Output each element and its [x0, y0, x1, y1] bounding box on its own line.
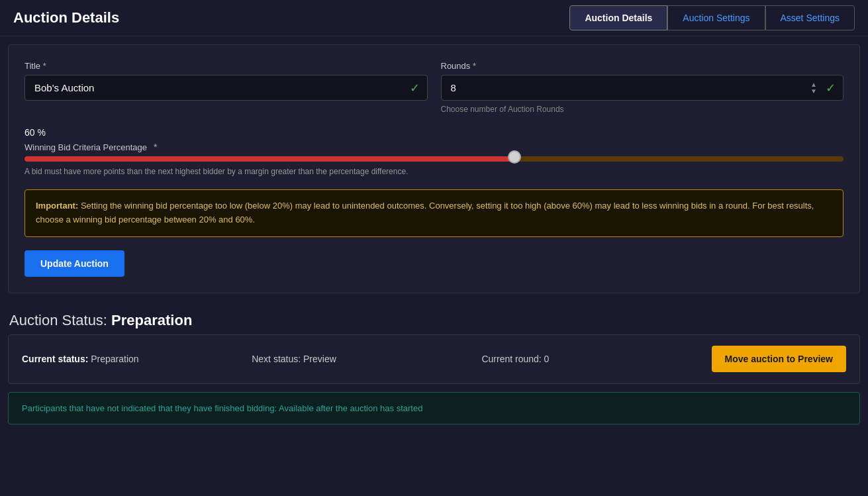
- participants-info-text: Participants that have not indicated tha…: [22, 403, 422, 413]
- rounds-check-icon: ✓: [826, 81, 836, 95]
- winning-bid-label: Winning Bid Criteria Percentage: [24, 142, 147, 152]
- status-section-header: Auction Status: Preparation: [0, 301, 868, 334]
- status-section-title: Auction Status: Preparation: [9, 312, 192, 329]
- title-input-wrapper: ✓: [24, 75, 428, 101]
- tab-asset-settings[interactable]: Asset Settings: [765, 5, 855, 30]
- warning-text: Setting the winning bid percentage too l…: [36, 201, 814, 224]
- current-round-label: Current round:: [481, 354, 541, 364]
- title-label: Title *: [24, 61, 428, 71]
- rounds-input-wrapper: ▲ ▼ ✓: [441, 75, 844, 101]
- tab-auction-settings[interactable]: Auction Settings: [667, 5, 765, 30]
- participants-info-box: Participants that have not indicated tha…: [8, 392, 860, 424]
- rounds-decrement-button[interactable]: ▼: [808, 88, 820, 95]
- auction-status-card: Current status: Preparation Next status:…: [8, 334, 860, 384]
- rounds-label: Rounds *: [441, 61, 844, 71]
- current-round-value: 0: [544, 354, 550, 364]
- nav-tabs: Auction Details Auction Settings Asset S…: [569, 5, 855, 30]
- slider-description: A bid must have more points than the nex…: [24, 167, 844, 176]
- current-status-label: Current status:: [22, 354, 88, 364]
- slider-section: 60 % Winning Bid Criteria Percentage * A…: [24, 127, 844, 176]
- rounds-spinner: ▲ ▼: [808, 75, 820, 101]
- warning-box: Important: Setting the winning bid perce…: [24, 189, 844, 237]
- status-row: Current status: Preparation Next status:…: [9, 335, 859, 383]
- move-to-preview-button[interactable]: Move auction to Preview: [712, 346, 846, 372]
- title-rounds-row: Title * ✓ Rounds * ▲ ▼: [24, 61, 844, 114]
- winning-bid-slider[interactable]: [24, 156, 844, 162]
- title-form-group: Title * ✓: [24, 61, 428, 114]
- next-status-label: Next status:: [252, 354, 301, 364]
- app-header: Auction Details Auction Details Auction …: [0, 0, 868, 36]
- rounds-increment-button[interactable]: ▲: [808, 81, 820, 88]
- rounds-required: *: [473, 61, 476, 71]
- next-status-value: Preview: [303, 354, 336, 364]
- page-title: Auction Details: [13, 9, 569, 26]
- title-check-icon: ✓: [410, 81, 420, 95]
- rounds-form-group: Rounds * ▲ ▼ ✓ Choose number of Auction …: [441, 61, 844, 114]
- warning-bold: Important:: [36, 201, 78, 211]
- current-round-item: Current round: 0: [481, 354, 711, 364]
- tab-auction-details[interactable]: Auction Details: [569, 5, 667, 30]
- next-status-item: Next status: Preview: [252, 354, 481, 364]
- current-status-item: Current status: Preparation: [22, 354, 252, 364]
- main-content: Title * ✓ Rounds * ▲ ▼: [0, 44, 868, 424]
- update-auction-button[interactable]: Update Auction: [24, 250, 124, 277]
- winning-bid-label-row: Winning Bid Criteria Percentage *: [24, 142, 844, 152]
- title-input[interactable]: [24, 75, 428, 101]
- title-required: *: [43, 61, 46, 71]
- auction-details-section: Title * ✓ Rounds * ▲ ▼: [8, 44, 860, 293]
- slider-track-wrapper: [24, 156, 844, 162]
- winning-bid-required: *: [154, 142, 157, 152]
- rounds-hint: Choose number of Auction Rounds: [441, 105, 844, 114]
- percentage-display: 60 %: [24, 127, 46, 138]
- current-status-value: Preparation: [91, 354, 138, 364]
- rounds-input[interactable]: [441, 75, 844, 101]
- slider-label-row: 60 %: [24, 127, 844, 138]
